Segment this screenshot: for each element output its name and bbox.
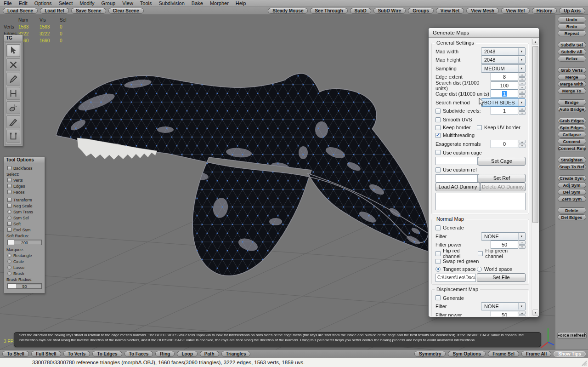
force-refresh-button[interactable]: Force Refresh: [557, 332, 587, 339]
sidebar-button-grab-edges[interactable]: Grab Edges: [558, 118, 586, 124]
toolbar-button-save-scene[interactable]: Save Scene: [71, 8, 106, 14]
sidebar-button-subdiv-all[interactable]: Subdiv All: [558, 49, 586, 55]
bottom-button-to-verts[interactable]: To Verts: [63, 351, 90, 357]
bridge-tool-button[interactable]: [6, 87, 20, 100]
rectangle-radio[interactable]: Rectangle: [4, 252, 45, 258]
multithreading-checkbox[interactable]: Multithreading: [435, 132, 475, 138]
menu-item-morpher[interactable]: Morpher: [210, 0, 229, 6]
pencil-tool-button[interactable]: [6, 73, 20, 86]
exaggerate-normals-spinner[interactable]: ▲▼: [519, 140, 526, 148]
flip-green-checkbox[interactable]: Flip green channel: [478, 248, 526, 259]
extrude-tool-button[interactable]: [6, 130, 20, 143]
dialog-title[interactable]: Generate Maps: [429, 28, 539, 38]
exaggerate-normals-field[interactable]: 0: [491, 140, 518, 148]
tool-options-title[interactable]: Tool Options: [4, 157, 45, 163]
toolbar-button-subd[interactable]: SubD: [350, 8, 371, 14]
sidebar-button-merge-to[interactable]: Merge To: [558, 88, 586, 94]
menu-item-view[interactable]: View: [122, 0, 133, 6]
set-cage-button[interactable]: Set Cage: [478, 157, 526, 166]
menu-item-bake[interactable]: Bake: [192, 0, 203, 6]
sidebar-button-auto-bridge[interactable]: Auto Bridge: [558, 106, 586, 112]
neg-scale-checkbox[interactable]: Neg Scale: [4, 203, 45, 209]
search-dist-spinner[interactable]: ▲▼: [519, 81, 526, 90]
sidebar-button-collapse[interactable]: Collapse: [558, 132, 586, 138]
edge-extent-spinner[interactable]: ▲▼: [519, 73, 526, 81]
menu-item-help[interactable]: Help: [236, 0, 246, 6]
toolbar-button-history[interactable]: History: [532, 8, 557, 14]
custom-cage-field[interactable]: [435, 157, 478, 165]
sidebar-button-snap-to-ref[interactable]: Snap To Ref: [558, 164, 586, 170]
bottom-button-frame-sel[interactable]: Frame Sel: [488, 351, 519, 357]
sidebar-button-bridge[interactable]: Bridge: [558, 99, 586, 105]
disp-filter-select[interactable]: NONE▼: [481, 302, 526, 310]
toolbar-button-view-mesh[interactable]: View Mesh: [466, 8, 499, 14]
sidebar-button-connect-ring[interactable]: Connect Ring: [558, 145, 586, 151]
normal-filter-select[interactable]: NONE▼: [481, 232, 526, 241]
bottom-button-to-faces[interactable]: To Faces: [124, 351, 153, 357]
sidebar-button-relax[interactable]: Relax: [558, 56, 586, 62]
delete-ao-dummy-button[interactable]: Delete AO Dummy: [480, 183, 526, 191]
toolbar-button-load-ref[interactable]: Load Ref: [40, 8, 69, 14]
sidebar-button-adj-sym[interactable]: Adj Sym: [558, 182, 586, 188]
tg-toolbox-title[interactable]: TG: [4, 35, 23, 41]
disp-filter-power-spinner[interactable]: ▲▼: [519, 311, 526, 316]
sym-sel-radio[interactable]: Sym Sel: [4, 215, 45, 221]
sidebar-button-zero-sym[interactable]: Zero Sym: [558, 196, 586, 202]
search-method-select[interactable]: BOTH SIDES▼: [481, 98, 526, 107]
toolbar-button-see-through[interactable]: See Through: [310, 8, 347, 14]
custom-ref-field[interactable]: [435, 174, 478, 183]
soft-radius-slider[interactable]: 200: [7, 240, 42, 245]
set-ref-button[interactable]: Set Ref: [478, 174, 526, 183]
edge-extent-field[interactable]: 8: [491, 73, 518, 81]
brush-tool-button[interactable]: [6, 101, 20, 114]
bottom-button-to-shell[interactable]: To Shell: [2, 351, 29, 357]
excl-sym-checkbox[interactable]: Excl Sym: [4, 227, 45, 233]
sidebar-button-del-sym[interactable]: Del Sym: [558, 189, 586, 195]
backfaces-checkbox[interactable]: Backfaces: [4, 165, 45, 171]
bottom-button-full-shell[interactable]: Full Shell: [31, 351, 61, 357]
brush-radio[interactable]: Brush: [4, 270, 45, 276]
cage-dist-field[interactable]: 1: [491, 90, 518, 98]
bottom-button-path[interactable]: Path: [200, 351, 219, 357]
sidebar-button-merge[interactable]: Merge: [558, 74, 586, 80]
disp-filter-power-field[interactable]: 50: [491, 311, 518, 316]
tangent-space-radio[interactable]: Tangent space: [435, 266, 476, 272]
sidebar-button-create-sym[interactable]: Create Sym: [558, 175, 586, 181]
lasso-radio[interactable]: Lasso: [4, 264, 45, 270]
whale-model[interactable]: [56, 74, 457, 276]
use-custom-ref-checkbox[interactable]: Use custom ref: [435, 167, 477, 172]
dialog-scrollbar[interactable]: ▲ ▼: [531, 38, 538, 316]
sidebar-button-merge-with[interactable]: Merge With: [558, 81, 586, 87]
disp-generate-checkbox[interactable]: Generate: [435, 295, 464, 301]
knife-tool-button[interactable]: [6, 115, 20, 128]
map-height-select[interactable]: 2048▼: [481, 56, 526, 64]
menu-item-edit[interactable]: Edit: [19, 0, 28, 6]
bottom-button-to-edges[interactable]: To Edges: [92, 351, 122, 357]
ao-dummy-list[interactable]: [435, 193, 526, 210]
select-tool-button[interactable]: [6, 44, 20, 57]
use-custom-cage-checkbox[interactable]: Use custom cage: [435, 150, 482, 155]
sidebar-button-subdiv-sel[interactable]: Subdiv Sel: [558, 42, 586, 48]
bottom-button-frame-all[interactable]: Frame All: [521, 351, 551, 357]
normal-generate-checkbox[interactable]: Generate: [435, 225, 464, 230]
normal-file-path-field[interactable]: C:\Users\Leo\Documents\: [435, 274, 476, 282]
keep-uv-border-checkbox[interactable]: Keep UV border: [477, 125, 526, 130]
bottom-button-ring[interactable]: Ring: [155, 351, 175, 357]
soft-checkbox[interactable]: Soft: [4, 221, 45, 227]
smooth-uvs-checkbox[interactable]: Smooth UVS: [435, 117, 472, 122]
world-space-radio[interactable]: World space: [477, 266, 526, 272]
load-ao-dummy-button[interactable]: Load AO Dummy: [435, 183, 480, 191]
scrollbar-thumb[interactable]: [532, 46, 538, 223]
show-tips-button[interactable]: Show Tips: [554, 351, 586, 357]
sidebar-button-straighten[interactable]: Straighten: [558, 157, 586, 163]
transform-checkbox[interactable]: Transform: [4, 197, 45, 203]
menu-item-select[interactable]: Select: [59, 0, 73, 6]
sym-trans-radio[interactable]: Sym Trans: [4, 209, 45, 215]
bottom-button-sym-options[interactable]: Sym Options: [448, 351, 486, 357]
scroll-down-icon[interactable]: ▼: [532, 310, 538, 316]
toolbar-button-subd-wire[interactable]: SubD Wire: [373, 8, 406, 14]
toolbar-button-clear-scene[interactable]: Clear Scene: [108, 8, 144, 14]
sidebar-button-undo[interactable]: Undo: [558, 17, 586, 23]
toolbar-button-up-axis[interactable]: Up Axis: [559, 8, 585, 14]
brush-radius-slider[interactable]: 50: [7, 283, 42, 289]
